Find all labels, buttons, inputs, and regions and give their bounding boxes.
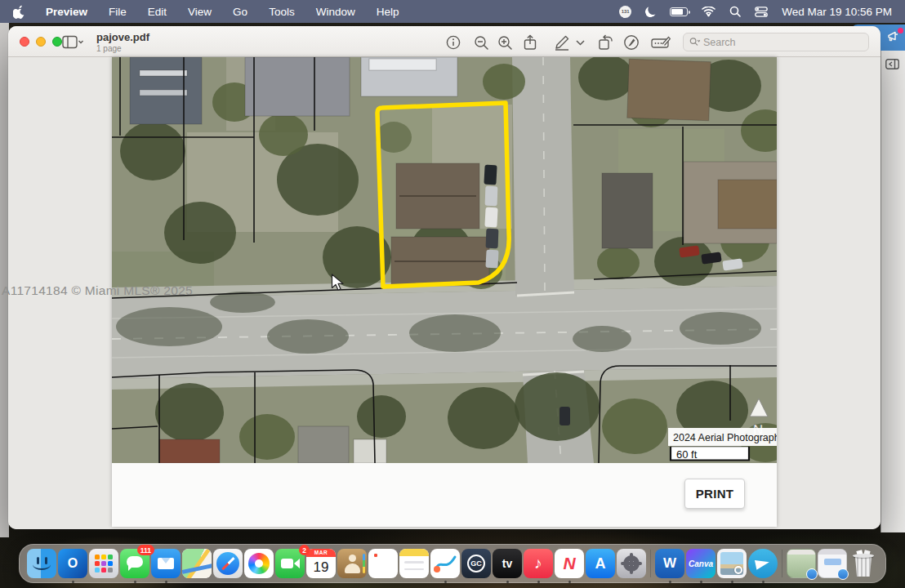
appstore-glyph: A xyxy=(586,549,615,578)
menu-tools[interactable]: Tools xyxy=(269,6,295,18)
markup-dropdown-chevron[interactable] xyxy=(573,34,586,51)
speech-bubble-icon xyxy=(127,556,143,568)
mls-watermark: A11714184 © Miami MLS® 2025 xyxy=(2,283,193,298)
zoom-in-icon xyxy=(497,35,513,51)
sidebar-toggle-button[interactable] xyxy=(62,34,83,51)
aerial-photo: N 2024 Aerial Photography 60 ft xyxy=(112,57,777,463)
search-field[interactable] xyxy=(683,33,869,51)
menu-go[interactable]: Go xyxy=(233,6,247,18)
dock-reminders[interactable] xyxy=(368,549,398,578)
expand-sidebar-icon[interactable] xyxy=(885,59,899,69)
zoom-in-button[interactable] xyxy=(494,34,515,51)
dock-settings[interactable] xyxy=(617,549,646,578)
battery-icon[interactable] xyxy=(670,7,688,16)
scale-label: 60 ft xyxy=(676,448,698,461)
dock: O 111 2 MAR19 GC tv ♪ N A W Canva xyxy=(19,544,886,583)
dock-freeform[interactable] xyxy=(430,549,460,578)
apple-logo-icon xyxy=(13,5,25,19)
preview-window: pajove.pdf 1 page xyxy=(8,26,880,529)
notification-dot xyxy=(898,28,903,33)
control-center-icon[interactable] xyxy=(755,7,768,17)
search-icon xyxy=(689,37,700,47)
dock-appstore[interactable]: A xyxy=(586,549,615,578)
dock-gamecenter[interactable]: GC xyxy=(461,549,491,578)
launchpad-grid-icon xyxy=(95,555,100,559)
dock-telegram[interactable] xyxy=(748,549,778,578)
dock-calendar[interactable]: MAR19 xyxy=(306,549,336,578)
dock-contacts[interactable] xyxy=(337,549,367,578)
highlighter-icon xyxy=(623,34,640,51)
paper-plane-icon xyxy=(755,557,770,569)
dock-mail[interactable] xyxy=(151,549,181,578)
info-button[interactable] xyxy=(443,34,464,51)
dock-outlook[interactable]: O xyxy=(58,549,87,578)
calendar-day: 19 xyxy=(306,557,336,577)
dock-minimized-window-1[interactable] xyxy=(787,549,816,578)
fill-sign-button[interactable] xyxy=(650,34,671,51)
dock-safari[interactable] xyxy=(213,549,243,578)
dock-launchpad[interactable] xyxy=(89,549,118,578)
app-badge xyxy=(806,568,818,580)
print-button[interactable]: PRINT xyxy=(684,479,745,509)
rotate-button[interactable] xyxy=(595,34,616,51)
person-icon xyxy=(349,555,356,562)
squiggle-icon xyxy=(430,549,460,578)
map-label: 2024 Aerial Photography xyxy=(673,432,777,443)
menu-preview[interactable]: Preview xyxy=(46,6,87,18)
dock-canva[interactable]: Canva xyxy=(686,549,716,578)
info-icon xyxy=(446,35,461,50)
music-note-icon: ♪ xyxy=(524,549,553,578)
dock-trash[interactable] xyxy=(849,549,878,578)
title-bar[interactable]: pajove.pdf 1 page xyxy=(8,26,880,57)
chevron-down-icon xyxy=(576,40,585,46)
apple-menu[interactable] xyxy=(13,5,25,19)
share-icon xyxy=(523,34,537,51)
share-button[interactable] xyxy=(519,34,541,51)
search-input[interactable] xyxy=(703,37,863,48)
status-badge-icon[interactable]: 131 xyxy=(619,6,631,18)
markup-button[interactable] xyxy=(551,34,573,51)
minimize-button[interactable] xyxy=(36,37,46,47)
highlight-button[interactable] xyxy=(621,34,642,51)
fill-sign-icon xyxy=(651,35,671,50)
camera-icon xyxy=(281,559,293,568)
dock-messages[interactable]: 111 xyxy=(120,549,149,578)
dock-facetime[interactable]: 2 xyxy=(275,549,305,578)
spotlight-icon[interactable] xyxy=(729,6,741,17)
background-window-panel xyxy=(880,51,905,532)
close-button[interactable] xyxy=(20,37,29,47)
gear-icon xyxy=(623,555,640,572)
menubar-clock[interactable]: Wed Mar 19 10:56 PM xyxy=(782,6,892,18)
menu-window[interactable]: Window xyxy=(316,6,355,18)
dock-photos[interactable] xyxy=(244,549,274,578)
dock-music[interactable]: ♪ xyxy=(524,549,553,578)
dock-minimized-window-2[interactable] xyxy=(818,549,847,578)
wifi-icon[interactable] xyxy=(702,7,716,17)
fullscreen-button[interactable] xyxy=(52,37,62,47)
dock-finder[interactable] xyxy=(27,549,56,578)
app-badge xyxy=(837,568,849,580)
dock-appletv[interactable]: tv xyxy=(493,549,522,578)
dock-news[interactable]: N xyxy=(555,549,584,578)
document-title: pajove.pdf xyxy=(96,31,149,43)
menu-view[interactable]: View xyxy=(188,6,212,18)
trash-basket-icon xyxy=(854,555,872,577)
envelope-icon xyxy=(158,558,174,569)
canva-glyph: Canva xyxy=(686,549,716,578)
zoom-out-button[interactable] xyxy=(470,34,492,51)
menu-help[interactable]: Help xyxy=(377,6,399,18)
word-glyph: W xyxy=(655,549,684,578)
menu-bar: Preview File Edit View Go Tools Window H… xyxy=(0,0,905,23)
dock-divider xyxy=(782,550,782,577)
dock-preview[interactable] xyxy=(717,549,747,578)
pdf-page: N 2024 Aerial Photography 60 ft PRI xyxy=(112,57,777,527)
focus-moon-icon[interactable] xyxy=(644,5,658,18)
dock-notes[interactable] xyxy=(399,549,429,578)
scale-bar: 60 ft xyxy=(671,447,749,461)
zoom-out-icon xyxy=(474,35,489,51)
dock-maps[interactable] xyxy=(182,549,212,578)
dock-word[interactable]: W xyxy=(655,549,684,578)
gc-glyph: GC xyxy=(467,555,485,572)
menu-file[interactable]: File xyxy=(109,6,127,18)
menu-edit[interactable]: Edit xyxy=(148,6,167,18)
